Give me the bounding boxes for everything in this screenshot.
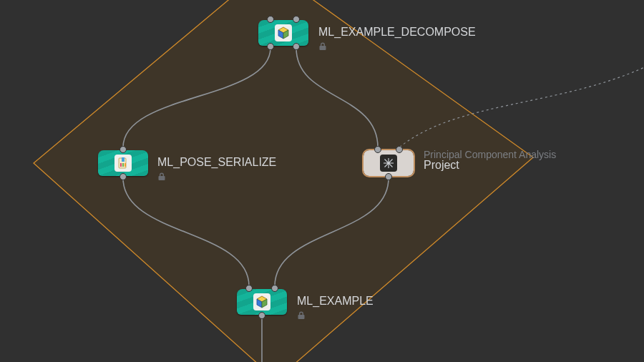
port-out[interactable] (293, 43, 300, 50)
node-label: Principal Component Analysis Project (424, 149, 556, 172)
node-graph-canvas[interactable]: ML_EXAMPLE_DECOMPOSE ML_POSE_SERIALIZE (0, 0, 644, 362)
serialize-doc-icon (114, 155, 132, 172)
svg-rect-4 (122, 157, 125, 162)
node-title: Project (424, 159, 459, 171)
port-in[interactable] (374, 146, 381, 153)
lock-icon (297, 310, 306, 322)
port-in[interactable] (293, 16, 300, 23)
subnet-cube-icon (253, 293, 270, 310)
wire-project-to-example (275, 178, 389, 286)
port-in[interactable] (271, 285, 278, 292)
wire-decompose-to-project (296, 48, 378, 147)
svg-point-12 (387, 162, 389, 164)
port-out[interactable] (258, 312, 265, 319)
wires-layer (0, 0, 644, 362)
port-in[interactable] (396, 146, 403, 153)
node-label: ML_EXAMPLE (297, 295, 374, 308)
port-in[interactable] (119, 146, 127, 153)
port-out[interactable] (119, 173, 127, 180)
node-ml-example[interactable] (237, 289, 287, 315)
node-ml-example-decompose[interactable] (258, 20, 308, 46)
node-label: ML_POSE_SERIALIZE (157, 156, 276, 169)
port-out[interactable] (385, 173, 392, 180)
wire-external-to-project (399, 66, 644, 147)
svg-rect-5 (120, 163, 122, 167)
port-in[interactable] (245, 285, 253, 292)
node-pca-project[interactable] (364, 150, 414, 176)
svg-rect-7 (125, 163, 126, 167)
node-label: ML_EXAMPLE_DECOMPOSE (318, 26, 476, 39)
node-ml-pose-serialize[interactable] (98, 150, 148, 176)
subnet-cube-icon (275, 24, 292, 41)
pca-star-icon (380, 155, 397, 172)
lock-icon (157, 172, 166, 183)
svg-rect-6 (122, 163, 124, 167)
wire-serialize-to-example (123, 178, 249, 286)
port-in[interactable] (267, 16, 274, 23)
port-out[interactable] (267, 43, 274, 50)
wire-decompose-to-serialize (123, 48, 270, 147)
lock-icon (318, 41, 327, 53)
